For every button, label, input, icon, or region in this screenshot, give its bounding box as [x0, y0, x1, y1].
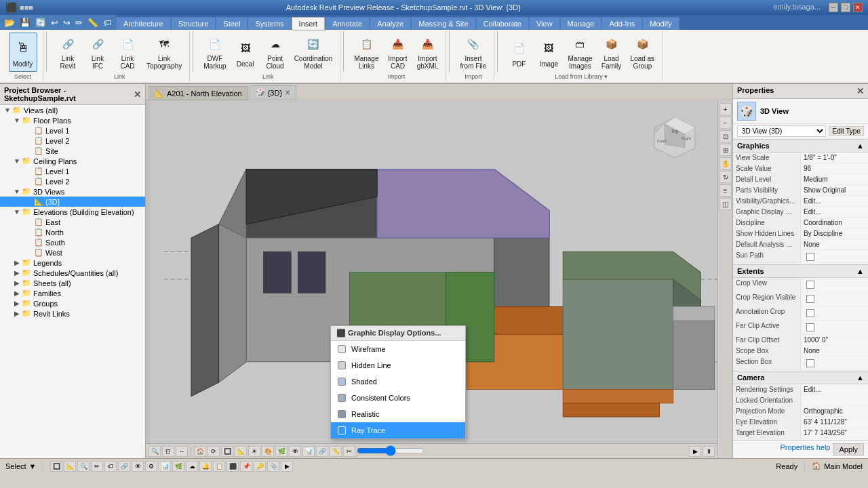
sun-path-checkbox[interactable] [806, 253, 814, 261]
prop-edit-type-btn[interactable]: Edit Type [829, 126, 864, 136]
sb-btn9[interactable]: 📊 [159, 461, 171, 472]
vb-btn9[interactable]: 🎨 [262, 446, 274, 457]
ribbon-btn-pointcloud[interactable]: ☁ PointCloud [261, 33, 290, 72]
sb-btn16[interactable]: 🔑 [254, 461, 266, 472]
sb-btn8[interactable]: ⚙ [145, 461, 157, 472]
sb-btn7[interactable]: 👁 [132, 461, 144, 472]
tab-modify[interactable]: Modify [642, 17, 679, 30]
prop-section-collapse[interactable]: ▲ [856, 142, 864, 150]
sb-btn3[interactable]: 🔍 [77, 461, 90, 472]
menu-item-wireframe[interactable]: Wireframe [331, 341, 465, 357]
tree-item-elevations[interactable]: ▼ 📁 Elevations (Building Elevation) [0, 207, 145, 217]
tree-item-groups[interactable]: ▶ 📁 Groups [0, 298, 145, 308]
sb-btn11[interactable]: ☁ [186, 461, 198, 472]
ribbon-btn-dwf[interactable]: 📄 DWFMarkup [200, 33, 229, 72]
ribbon-btn-coordination[interactable]: 🔄 CoordinationModel [291, 33, 336, 72]
expander-groups[interactable]: ▶ [12, 300, 22, 307]
qa-annotate[interactable]: ✏ [74, 18, 84, 28]
tab-analyze[interactable]: Analyze [370, 17, 411, 30]
prop-value-view-scale[interactable]: 1/8" = 1'-0" [801, 152, 868, 163]
ribbon-btn-manage-links[interactable]: 📋 ManageLinks [351, 33, 382, 72]
vb-btn7[interactable]: 📐 [235, 446, 247, 457]
prop-section-camera-collapse[interactable]: ▲ [856, 373, 864, 382]
qa-sync[interactable]: 🔄 [34, 18, 47, 28]
vc-section[interactable]: ◫ [719, 198, 732, 210]
tab-structure[interactable]: Structure [171, 17, 216, 30]
tree-item-3d[interactable]: 📐 {3D} [0, 197, 145, 207]
ribbon-btn-image[interactable]: 🖼 Image [534, 33, 563, 72]
tree-item-site-fp[interactable]: 📋 Site [0, 146, 145, 156]
expander-schedules[interactable]: ▶ [12, 269, 22, 277]
ribbon-btn-link-cad[interactable]: 📄 LinkCAD [113, 33, 142, 72]
tree-item-level2-cp[interactable]: 📋 Level 2 [0, 176, 145, 186]
vb-btn1[interactable]: 🔍 [149, 446, 161, 457]
tab-annotate[interactable]: Annotate [325, 17, 370, 30]
expander-elev[interactable]: ▼ [12, 208, 22, 216]
prop-value-vis-graphics[interactable]: Edit... [801, 196, 868, 206]
expander-families[interactable]: ▶ [12, 289, 22, 297]
crop-view-checkbox[interactable] [806, 281, 814, 289]
sb-btn18[interactable]: ▶ [281, 461, 293, 472]
select-dropdown[interactable]: ▼ [29, 462, 37, 470]
view-tab-3d[interactable]: 🎲 {3D} ✕ [250, 85, 296, 100]
ribbon-btn-load-group[interactable]: 📦 Load asGroup [627, 33, 658, 72]
vb-btn10[interactable]: 🌿 [275, 446, 288, 457]
ribbon-btn-insert-file[interactable]: 📎 Insertfrom File [456, 33, 490, 72]
tree-item-sheets[interactable]: ▶ 📁 Sheets (all) [0, 278, 145, 288]
tree-item-level1-fp[interactable]: 📋 Level 1 [0, 125, 145, 136]
sb-btn6[interactable]: 🔗 [118, 461, 130, 472]
vc-fit[interactable]: ⊡ [719, 130, 732, 142]
prop-value-show-hidden[interactable]: By Discipline [801, 228, 868, 239]
vc-zoom-in[interactable]: + [719, 103, 732, 115]
prop-section-extents-collapse[interactable]: ▲ [856, 267, 864, 275]
menu-item-consistent-colors[interactable]: Consistent Colors [331, 390, 465, 406]
tab-insert[interactable]: Insert [292, 17, 326, 30]
ribbon-btn-modify[interactable]: 🖱 Modify [9, 33, 37, 72]
navigation-cube[interactable]: Top Front Right [651, 114, 698, 161]
vb-btn11[interactable]: 👁 [289, 446, 301, 457]
tree-item-revit-links[interactable]: ▶ 📁 Revit Links [0, 308, 145, 319]
ribbon-btn-load-family[interactable]: 📦 LoadFamily [597, 33, 626, 72]
project-browser-close[interactable]: ✕ [134, 89, 141, 100]
close-button[interactable]: ✕ [853, 3, 863, 12]
expander-ceiling[interactable]: ▼ [12, 157, 22, 165]
tab-architecture[interactable]: Architecture [116, 17, 171, 30]
prop-value-projection[interactable]: Orthographic [801, 406, 868, 416]
tab-view[interactable]: View [529, 17, 560, 30]
ribbon-btn-pdf[interactable]: 📄 PDF [505, 33, 533, 72]
tab-addins[interactable]: Add-Ins [601, 17, 642, 30]
view-tab-north-elev[interactable]: 📐 A201 - North Elevation [149, 86, 248, 100]
tree-item-level2-fp[interactable]: 📋 Level 2 [0, 136, 145, 146]
expander-3d[interactable]: ▼ [12, 188, 22, 195]
ribbon-btn-manage-images[interactable]: 🗃 ManageImages [564, 33, 595, 72]
tree-item-legends[interactable]: ▶ 📁 Legends [0, 258, 145, 268]
qa-measure[interactable]: 📏 [86, 18, 100, 28]
vb-timeline-slider[interactable] [357, 445, 425, 456]
sb-btn4[interactable]: ✏ [91, 461, 103, 472]
tree-item-3d-views[interactable]: ▼ 📁 3D Views [0, 186, 145, 197]
tree-item-north[interactable]: 📋 North [0, 227, 145, 237]
prop-value-discipline[interactable]: Coordination [801, 218, 868, 228]
prop-value-graphic-display[interactable]: Edit... [801, 207, 868, 217]
ribbon-btn-decal[interactable]: 🖼 Decal [231, 33, 260, 72]
far-clip-checkbox[interactable] [806, 323, 814, 331]
tree-item-east[interactable]: 📋 East [0, 217, 145, 227]
menu-item-shaded[interactable]: Shaded [331, 373, 465, 390]
tree-item-west[interactable]: 📋 West [0, 247, 145, 258]
qa-tag[interactable]: 🏷 [102, 18, 113, 28]
tab-collaborate[interactable]: Collaborate [476, 17, 529, 30]
vc-zoom-box[interactable]: ⊞ [719, 144, 732, 156]
vc-thin[interactable]: ≡ [719, 184, 732, 197]
section-box-checkbox[interactable] [806, 359, 814, 367]
properties-close[interactable]: ✕ [856, 86, 864, 96]
menu-header-text[interactable]: Graphic Display Options... [348, 329, 441, 337]
maximize-button[interactable]: □ [841, 3, 850, 12]
prop-value-scope-box[interactable]: None [801, 346, 868, 356]
vb-btn16[interactable]: ▶ [689, 446, 701, 457]
sb-btn2[interactable]: 📐 [64, 461, 76, 472]
menu-item-realistic[interactable]: Realistic [331, 406, 465, 422]
ribbon-btn-import-gbxml[interactable]: 📥 ImportgbXML [413, 33, 441, 72]
qa-redo[interactable]: ↪ [62, 18, 72, 28]
prop-value-rendering[interactable]: Edit... [801, 384, 868, 394]
vb-btn12[interactable]: 📊 [302, 446, 315, 457]
